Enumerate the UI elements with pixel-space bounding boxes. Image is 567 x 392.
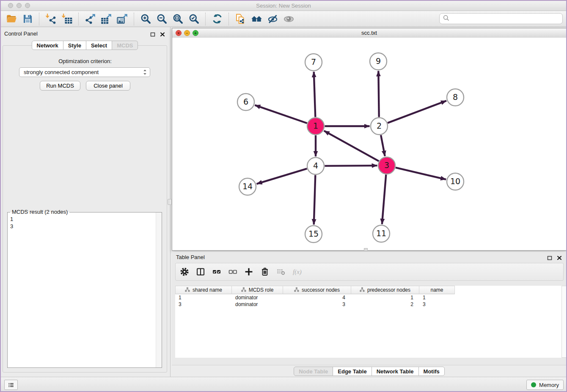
table-header-row: shared nameMCDS rolesuccessor nodesprede… — [175, 286, 561, 294]
network-canvas[interactable]: 1234678910111415 — [172, 38, 566, 250]
table-cell[interactable]: 3 — [283, 301, 351, 307]
graph-edge-1-7[interactable] — [314, 72, 316, 117]
open-session-button[interactable] — [3, 12, 19, 26]
close-panel-icon[interactable] — [160, 31, 165, 39]
graph-node-label-3: 3 — [384, 160, 389, 170]
refresh-button[interactable] — [209, 12, 225, 26]
graph-edge-3-10[interactable] — [396, 168, 446, 179]
mcds-result-list[interactable]: 13 — [8, 214, 156, 367]
graph-node-label-1: 1 — [313, 121, 318, 130]
table-options-icon — [179, 267, 190, 277]
table-tab-node-table[interactable]: Node Table — [294, 367, 333, 376]
zoom-out-button[interactable] — [154, 12, 170, 26]
graph-edge-4-3[interactable] — [325, 166, 377, 166]
graph-edge-2-9[interactable] — [378, 71, 379, 117]
network-window[interactable]: × − + scc.txt 1234678910111415 — [172, 28, 567, 251]
search-field[interactable] — [439, 13, 563, 24]
table-tab-network-table[interactable]: Network Table — [372, 367, 419, 376]
criterion-value: strongly connected component — [24, 69, 99, 75]
close-table-panel-icon[interactable] — [557, 254, 562, 262]
tab-style[interactable]: Style — [63, 41, 86, 50]
tab-mcds[interactable]: MCDS — [112, 41, 138, 50]
run-mcds-button[interactable]: Run MCDS — [40, 81, 80, 91]
attribute-tree-icon — [360, 287, 365, 293]
zoom-in-button[interactable] — [138, 12, 154, 26]
table-cell[interactable]: 1 — [351, 295, 419, 301]
task-history-button[interactable] — [4, 380, 18, 390]
column-header-successor-nodes[interactable]: successor nodes — [283, 286, 351, 294]
duplicate-network-button[interactable] — [232, 12, 248, 26]
function-builder-icon: f(x) — [291, 267, 303, 277]
graph-node-label-4: 4 — [313, 161, 318, 170]
create-column-button[interactable] — [242, 265, 255, 278]
search-input[interactable] — [451, 15, 562, 22]
table-cell[interactable]: 3 — [175, 301, 232, 307]
network-window-title: scc.txt — [172, 28, 566, 37]
import-network-icon — [45, 13, 57, 25]
toolbar-separator — [205, 13, 206, 25]
column-label: shared name — [193, 287, 222, 293]
table-row[interactable]: 3dominator323 — [175, 301, 561, 308]
memory-button[interactable]: Memory — [526, 380, 564, 390]
export-table-button[interactable] — [98, 12, 114, 26]
network-resize-grip[interactable] — [364, 248, 368, 251]
select-all-button[interactable] — [210, 265, 223, 278]
zoom-fit-button[interactable] — [170, 12, 186, 26]
table-tab-motifs[interactable]: Motifs — [418, 367, 445, 376]
table-tab-edge-table[interactable]: Edge Table — [333, 367, 372, 376]
graph-node-label-6: 6 — [243, 97, 248, 106]
net-minimize-button[interactable]: − — [184, 30, 190, 36]
graph-node-label-14: 14 — [242, 182, 253, 191]
splitter-grip[interactable] — [168, 199, 172, 205]
import-network-button[interactable] — [43, 12, 59, 26]
neighbors-button[interactable] — [248, 12, 264, 26]
svg-text:f(x): f(x) — [293, 268, 302, 276]
column-header-name[interactable]: name — [419, 286, 455, 294]
net-zoom-button[interactable]: + — [193, 30, 198, 36]
column-header-predecessor-nodes[interactable]: predecessor nodes — [351, 286, 419, 294]
table-cell[interactable]: dominator — [232, 301, 283, 307]
graph-edge-3-11[interactable] — [382, 174, 386, 224]
column-header-shared-name[interactable]: shared name — [175, 286, 232, 294]
network-window-titlebar[interactable]: × − + scc.txt — [172, 28, 566, 38]
mcds-result-box: MCDS result (2 nodes) 13 — [7, 212, 162, 368]
table-cell[interactable]: 2 — [351, 301, 419, 307]
table-cell[interactable]: 1 — [175, 295, 232, 301]
graph-edge-3-1[interactable] — [324, 131, 379, 161]
net-close-button[interactable]: × — [176, 30, 182, 36]
table-cell[interactable]: 1 — [419, 295, 455, 301]
delete-columns-button[interactable] — [259, 265, 271, 278]
show-all-button[interactable] — [281, 12, 297, 26]
float-table-panel-icon[interactable] — [547, 254, 552, 262]
export-image-button[interactable] — [114, 12, 130, 26]
graph-edge-1-6[interactable] — [255, 105, 307, 123]
graph-edge-2-8[interactable] — [388, 101, 446, 123]
close-panel-button[interactable]: Close panel — [86, 81, 130, 91]
table-cell[interactable]: 4 — [283, 295, 351, 301]
network-view[interactable]: 1234678910111415 — [172, 38, 566, 250]
export-image-icon — [117, 13, 128, 25]
save-session-button[interactable] — [19, 12, 36, 26]
graph-edge-2-3[interactable] — [381, 135, 385, 156]
export-network-button[interactable] — [82, 12, 98, 26]
table-options-button[interactable] — [178, 265, 191, 278]
tab-select[interactable]: Select — [86, 41, 112, 50]
titlebar[interactable]: Session: New Session — [0, 0, 567, 11]
hide-selected-button[interactable] — [264, 12, 281, 26]
table-scrollbar[interactable] — [561, 286, 567, 358]
result-scrollbar[interactable] — [156, 213, 162, 367]
float-panel-icon[interactable] — [150, 31, 155, 39]
tab-network[interactable]: Network — [32, 41, 63, 50]
table-row[interactable]: 1dominator411 — [175, 294, 561, 301]
table-cell[interactable]: dominator — [232, 295, 283, 301]
save-session-icon — [22, 13, 33, 25]
deselect-all-button[interactable] — [226, 265, 239, 278]
table-cell[interactable]: 3 — [419, 301, 455, 307]
import-table-button[interactable] — [59, 12, 75, 26]
show-columns-button[interactable] — [194, 265, 207, 278]
criterion-dropdown[interactable]: strongly connected component — [19, 67, 150, 77]
graph-edge-4-15[interactable] — [314, 175, 316, 225]
column-header-mcds-role[interactable]: MCDS role — [232, 286, 283, 294]
zoom-selected-button[interactable] — [186, 12, 202, 26]
graph-edge-4-14[interactable] — [257, 168, 307, 184]
